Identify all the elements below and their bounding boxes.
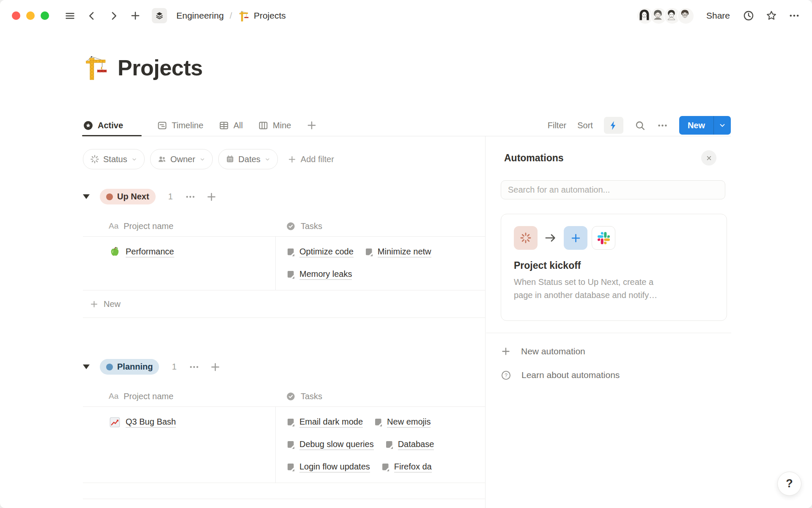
more-options-icon[interactable] xyxy=(788,10,800,22)
breadcrumb-page[interactable]: Projects xyxy=(254,11,286,21)
updates-clock-icon[interactable] xyxy=(743,10,754,22)
page-icon xyxy=(286,440,296,450)
status-spinner-icon xyxy=(514,226,538,250)
zoom-window-button[interactable] xyxy=(41,11,49,20)
tab-label: Mine xyxy=(273,121,291,130)
status-badge[interactable]: Planning xyxy=(100,359,159,375)
page-title[interactable]: Projects xyxy=(118,55,203,80)
tab-all[interactable]: All xyxy=(219,115,243,136)
back-icon[interactable] xyxy=(87,11,97,21)
project-name-cell: Performance xyxy=(83,237,275,290)
check-circle-icon xyxy=(286,221,296,231)
automation-search-input[interactable] xyxy=(501,180,725,199)
forward-icon[interactable] xyxy=(108,11,119,21)
chart-increasing-icon xyxy=(109,417,121,428)
task-label: Memory leaks xyxy=(299,269,352,280)
crane-icon[interactable] xyxy=(83,54,109,80)
task-link[interactable]: Email dark mode xyxy=(286,417,363,428)
group-options-icon[interactable] xyxy=(185,191,196,202)
collapse-triangle-icon[interactable] xyxy=(83,194,90,199)
help-button[interactable]: ? xyxy=(777,472,801,496)
text-type-icon: Aa xyxy=(109,392,118,401)
page-icon xyxy=(286,417,296,428)
lightning-icon xyxy=(608,120,619,131)
task-link[interactable]: Firefox da xyxy=(381,462,432,472)
task-label: Debug slow queries xyxy=(299,439,374,450)
new-automation-label: New automation xyxy=(521,346,585,356)
sort-button[interactable]: Sort xyxy=(577,121,593,130)
crane-icon xyxy=(238,10,250,22)
learn-automations-link[interactable]: Learn about automations xyxy=(501,367,620,384)
tab-timeline[interactable]: Timeline xyxy=(157,115,203,136)
tab-mine[interactable]: Mine xyxy=(258,115,291,136)
task-link[interactable]: Optimize code xyxy=(286,247,354,257)
task-link[interactable]: Database xyxy=(385,439,434,450)
minimize-window-button[interactable] xyxy=(26,11,35,20)
automation-icon-row xyxy=(514,226,714,250)
automation-card[interactable]: Project kickoff When Status set to Up Ne… xyxy=(501,214,727,321)
add-filter-label: Add filter xyxy=(301,155,334,164)
page-header: Projects xyxy=(83,54,203,80)
new-record-button[interactable]: New xyxy=(679,116,731,135)
avatar-4[interactable] xyxy=(677,7,694,25)
task-link[interactable]: Login flow updates xyxy=(286,462,370,472)
new-record-dropdown[interactable] xyxy=(713,116,731,135)
question-circle-icon xyxy=(501,370,511,381)
group-count: 1 xyxy=(168,192,173,202)
column-label: Project name xyxy=(123,392,173,401)
tab-label: Active xyxy=(98,121,123,130)
task-link[interactable]: Minimize netw xyxy=(365,247,431,257)
automation-description: When Status set to Up Next, create a pag… xyxy=(514,276,714,302)
column-header-project-name[interactable]: Aa Project name xyxy=(83,392,275,401)
search-icon[interactable] xyxy=(634,120,646,131)
teamspace-icon[interactable] xyxy=(152,8,167,23)
group-add-icon[interactable] xyxy=(210,362,221,373)
view-options-icon[interactable] xyxy=(657,120,668,131)
automations-button[interactable] xyxy=(604,117,623,134)
breadcrumb-separator: / xyxy=(230,11,232,21)
collapse-triangle-icon[interactable] xyxy=(83,364,90,369)
group-add-icon[interactable] xyxy=(206,191,217,202)
filter-button[interactable]: Filter xyxy=(548,121,566,130)
status-badge[interactable]: Up Next xyxy=(100,189,156,204)
column-header-project-name[interactable]: Aa Project name xyxy=(83,221,275,231)
new-page-icon[interactable] xyxy=(130,10,141,21)
board-view-icon xyxy=(258,120,269,131)
page-icon xyxy=(381,462,390,472)
project-link[interactable]: Performance xyxy=(126,247,174,257)
close-icon xyxy=(705,154,713,162)
task-link[interactable]: New emojis xyxy=(374,417,431,428)
create-page-plus-icon xyxy=(564,226,587,250)
add-view-icon[interactable] xyxy=(306,120,317,131)
filter-bar: Status Owner Dates Add filter xyxy=(83,149,334,169)
share-button[interactable]: Share xyxy=(706,11,730,21)
filter-chip-owner[interactable]: Owner xyxy=(150,149,213,169)
new-automation-button[interactable]: New automation xyxy=(501,343,585,360)
tab-label: Timeline xyxy=(172,121,203,130)
chevron-down-icon xyxy=(264,156,271,163)
close-window-button[interactable] xyxy=(12,11,20,20)
task-link[interactable]: Memory leaks xyxy=(286,269,352,280)
group-options-icon[interactable] xyxy=(189,362,200,373)
task-link[interactable]: Debug slow queries xyxy=(286,439,374,450)
column-label: Tasks xyxy=(301,392,322,401)
tab-active[interactable]: Active xyxy=(83,115,142,136)
automation-title: Project kickoff xyxy=(514,260,714,271)
new-row-label: New xyxy=(104,299,121,309)
task-label: Optimize code xyxy=(299,247,354,257)
breadcrumb-team[interactable]: Engineering xyxy=(176,11,224,21)
avatar-stack xyxy=(636,7,694,25)
filter-chip-status[interactable]: Status xyxy=(83,149,145,169)
filter-chip-dates[interactable]: Dates xyxy=(218,149,278,169)
project-name-cell: Q3 Bug Bash xyxy=(83,407,275,483)
add-filter-button[interactable]: Add filter xyxy=(288,155,334,164)
new-record-label[interactable]: New xyxy=(679,116,713,135)
close-panel-button[interactable] xyxy=(701,150,716,166)
task-label: Email dark mode xyxy=(299,417,363,428)
sidebar-menu-icon[interactable] xyxy=(64,10,76,22)
project-link[interactable]: Q3 Bug Bash xyxy=(126,417,176,428)
view-toolbar: Filter Sort New xyxy=(548,116,731,135)
favorite-star-icon[interactable] xyxy=(765,10,777,22)
chevron-down-icon xyxy=(131,156,137,163)
group-header-planning: Planning 1 xyxy=(83,359,221,375)
